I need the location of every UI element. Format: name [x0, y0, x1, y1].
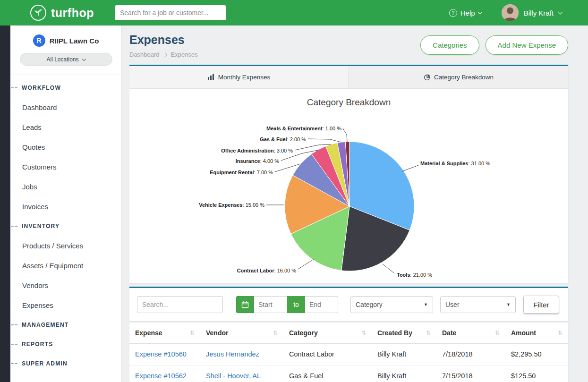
add-new-expense-button[interactable]: Add New Expense: [486, 35, 568, 55]
pie-label: Vehicle Expenses: 15.00 %: [199, 202, 264, 208]
global-search-input[interactable]: [115, 5, 226, 21]
nav-section-workflow: WORKFLOW: [10, 78, 121, 97]
breadcrumb-expenses: Expenses: [171, 51, 198, 58]
date-to-label: to: [287, 296, 305, 313]
col-amount[interactable]: Amount⇅: [505, 323, 568, 343]
sort-icon: ⇅: [273, 330, 278, 336]
tab-category-breakdown[interactable]: Category Breakdown: [349, 66, 568, 88]
expense-link[interactable]: Expense #10560: [129, 343, 200, 365]
sidebar-item-jobs[interactable]: Jobs: [10, 177, 121, 196]
nav-section-super-admin: SUPER ADMIN: [10, 354, 121, 373]
chart-area: Category Breakdown Material & Supplies: …: [129, 89, 568, 283]
sidebar-item-expenses[interactable]: Expenses: [10, 295, 121, 315]
pie-label: Tools: 21.00 %: [397, 272, 432, 278]
table-search-input[interactable]: [137, 296, 223, 313]
chevron-down-icon: [477, 9, 482, 14]
select-caret-icon: ▼: [506, 302, 511, 307]
category-cell: Contract Labor: [283, 343, 372, 365]
sidebar-item-invoices[interactable]: Invoices: [10, 196, 121, 216]
sidebar-item-assets-equipment[interactable]: Assets / Equipment: [10, 255, 121, 275]
sidebar: R RIIPL Lawn Co All Locations WORKFLOW D…: [0, 25, 122, 382]
user-menu[interactable]: Billy Kraft: [502, 4, 562, 21]
expenses-filter-bar: to Category ▼ User ▼ Filter: [129, 287, 568, 321]
help-icon: ?: [449, 9, 457, 17]
expenses-table: Expense⇅ Vendor⇅ Category⇅ Created By⇅ D…: [129, 323, 568, 382]
col-date[interactable]: Date⇅: [436, 323, 505, 343]
category-select[interactable]: Category ▼: [350, 296, 433, 313]
dash-icon: [11, 344, 19, 345]
sort-icon: ⇅: [558, 330, 562, 336]
pie-label: Gas & Fuel: 2.00 %: [260, 136, 306, 142]
pie-chart-icon: [424, 74, 430, 81]
created-by-cell: Billy Kraft: [372, 365, 436, 382]
nav-section-inventory: INVENTORY: [10, 216, 121, 236]
sort-icon: ⇅: [361, 330, 366, 336]
date-cell: 7/15/2018: [436, 365, 505, 382]
chevron-down-icon: [82, 57, 85, 60]
pie-label: Meals & Entertainment: 1.00 %: [266, 126, 341, 131]
category-breakdown-pie-chart: Material & Supplies: 31.00 % Tools: 21.0…: [129, 109, 568, 283]
expense-link[interactable]: Expense #10562: [129, 365, 200, 382]
company-header: R RIIPL Lawn Co: [10, 25, 121, 47]
user-name: Billy Kraft: [524, 9, 554, 17]
sidebar-item-vendors[interactable]: Vendors: [10, 275, 121, 295]
vendor-link[interactable]: Jesus Hernandez: [200, 343, 283, 365]
sidebar-item-leads[interactable]: Leads: [10, 117, 121, 137]
table-header-row: Expense⇅ Vendor⇅ Category⇅ Created By⇅ D…: [129, 323, 568, 343]
date-end-input[interactable]: [305, 296, 338, 313]
sidebar-collapse-strip: [0, 25, 10, 382]
dash-icon: [11, 324, 19, 325]
amount-cell: $125.50: [505, 365, 568, 382]
calendar-button[interactable]: [236, 296, 254, 313]
col-category[interactable]: Category⇅: [283, 323, 372, 343]
date-range-group: to: [236, 296, 338, 313]
breadcrumb: Dashboard Expenses: [129, 51, 198, 58]
date-cell: 7/18/2018: [436, 343, 505, 365]
expenses-chart-panel: Monthly Expenses Category Breakdown Cate…: [129, 65, 568, 283]
table-row: Expense #10560 Jesus Hernandez Contract …: [129, 343, 568, 365]
pie-label: Insurance: 4.00 %: [236, 158, 280, 164]
user-select[interactable]: User ▼: [440, 296, 516, 313]
col-vendor[interactable]: Vendor⇅: [200, 323, 283, 343]
help-menu[interactable]: ? Help: [449, 9, 482, 17]
date-start-input[interactable]: [254, 296, 287, 313]
vendor-link[interactable]: Shell - Hoover, AL: [200, 365, 283, 382]
expenses-table-panel: Expense⇅ Vendor⇅ Category⇅ Created By⇅ D…: [129, 323, 568, 382]
location-selector[interactable]: All Locations: [20, 53, 112, 66]
pie-label: Contract Labor: 16.00 %: [237, 268, 297, 273]
pie-label: Material & Supplies: 31.00 %: [420, 161, 490, 166]
turfhop-sprout-icon: [30, 5, 46, 21]
company-name: RIIPL Lawn Co: [50, 37, 99, 45]
sidebar-item-products-services[interactable]: Products / Services: [10, 236, 121, 255]
amount-cell: $2,295.50: [505, 343, 568, 365]
chevron-right-icon: [163, 52, 167, 56]
tab-monthly-expenses[interactable]: Monthly Expenses: [129, 66, 349, 88]
calendar-icon: [241, 301, 249, 308]
chart-title: Category Breakdown: [129, 96, 568, 109]
main-content: Expenses Dashboard Expenses Categories A…: [122, 0, 588, 382]
category-cell: Gas & Fuel: [283, 365, 372, 382]
sidebar-item-customers[interactable]: Customers: [10, 157, 121, 177]
dash-icon: [11, 87, 19, 88]
pie-label: Office Administration: 3.00 %: [221, 148, 293, 153]
sidebar-nav: WORKFLOW Dashboard Leads Quotes Customer…: [10, 75, 121, 373]
company-logo: R: [33, 34, 45, 47]
bar-chart-icon: [208, 74, 214, 80]
sidebar-item-dashboard[interactable]: Dashboard: [10, 97, 121, 117]
table-row: Expense #10562 Shell - Hoover, AL Gas & …: [129, 365, 568, 382]
nav-section-management: MANAGEMENT: [10, 315, 121, 334]
breadcrumb-dashboard[interactable]: Dashboard: [129, 51, 160, 58]
sidebar-item-quotes[interactable]: Quotes: [10, 137, 121, 157]
col-created-by[interactable]: Created By⇅: [372, 323, 436, 343]
brand-logo[interactable]: turfhop: [30, 5, 94, 21]
help-label: Help: [460, 9, 475, 17]
filter-button[interactable]: Filter: [523, 296, 559, 314]
chevron-down-icon: [558, 9, 563, 14]
col-expense[interactable]: Expense⇅: [129, 323, 200, 343]
pie-slices: [285, 142, 414, 271]
sort-icon: ⇅: [495, 330, 500, 336]
brand-name: turfhop: [51, 6, 94, 20]
sort-icon: ⇅: [426, 330, 431, 336]
nav-section-reports: REPORTS: [10, 334, 121, 354]
categories-button[interactable]: Categories: [420, 35, 479, 55]
